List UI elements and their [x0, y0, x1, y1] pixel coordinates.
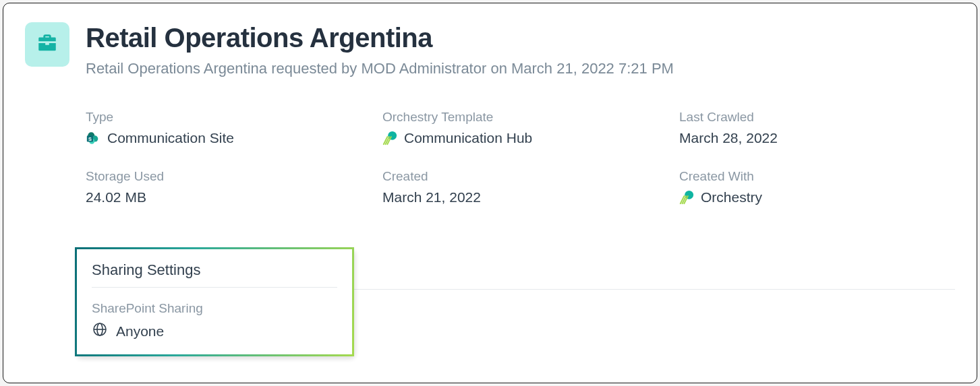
sharing-panel-title: Sharing Settings [92, 261, 337, 288]
detail-value: March 21, 2022 [382, 189, 679, 205]
briefcase-icon [36, 32, 59, 57]
detail-value-text: Orchestry [701, 189, 762, 205]
orchestry-icon [679, 190, 694, 205]
detail-value: 24.02 MB [86, 189, 382, 205]
detail-created: Created March 21, 2022 [382, 169, 679, 205]
sharepoint-sharing-value: Anyone [92, 321, 337, 341]
details-grid: Type S Communication Site Orchestry Temp… [86, 110, 955, 205]
sharepoint-sharing-value-text: Anyone [116, 323, 164, 340]
detail-value: Communication Hub [382, 130, 679, 146]
detail-label: Last Crawled [679, 110, 955, 125]
detail-type: Type S Communication Site [86, 110, 382, 146]
detail-crawled: Last Crawled March 28, 2022 [679, 110, 955, 146]
detail-value-text: March 28, 2022 [679, 130, 778, 146]
workspace-detail-card: Retail Operations Argentina Retail Opera… [3, 3, 977, 383]
workspace-icon-box [25, 22, 69, 67]
detail-label: Created [382, 169, 679, 184]
detail-value-text: March 21, 2022 [382, 189, 481, 205]
detail-label: Created With [679, 169, 955, 184]
page-subtitle: Retail Operations Argentina requested by… [86, 60, 955, 77]
detail-value: March 28, 2022 [679, 130, 955, 146]
detail-value-text: Communication Site [107, 130, 234, 146]
detail-label: Type [86, 110, 382, 125]
svg-text:S: S [88, 136, 92, 142]
sharepoint-icon: S [86, 131, 100, 146]
sharing-settings-panel: Sharing Settings SharePoint Sharing Anyo… [75, 247, 354, 356]
detail-template: Orchestry Template Communication Hub [382, 110, 679, 146]
detail-value: S Communication Site [86, 130, 382, 146]
section-divider [354, 289, 955, 290]
header-text: Retail Operations Argentina Retail Opera… [86, 22, 955, 77]
sharepoint-sharing-label: SharePoint Sharing [92, 301, 337, 316]
detail-created-with: Created With Orchestry [679, 169, 955, 205]
detail-label: Storage Used [86, 169, 382, 184]
detail-storage: Storage Used 24.02 MB [86, 169, 382, 205]
svg-point-5 [388, 131, 397, 140]
header-row: Retail Operations Argentina Retail Opera… [25, 22, 955, 77]
detail-value-text: Communication Hub [404, 130, 532, 146]
svg-point-6 [685, 191, 693, 199]
detail-value-text: 24.02 MB [86, 189, 146, 205]
detail-label: Orchestry Template [382, 110, 679, 125]
page-title: Retail Operations Argentina [86, 22, 955, 53]
globe-icon [92, 321, 108, 341]
orchestry-icon [382, 131, 397, 146]
detail-value: Orchestry [679, 189, 955, 205]
